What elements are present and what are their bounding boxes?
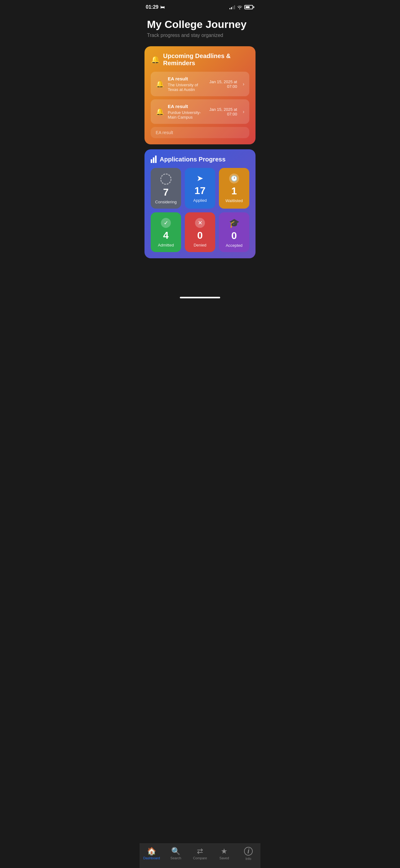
admitted-icon: ✓ (161, 218, 171, 228)
deadline-school-2: Purdue University-Main Campus (168, 110, 206, 120)
deadline-type-1: EA result (168, 76, 206, 81)
waitlisted-label: Waitlisted (226, 198, 243, 203)
page-title: My College Journey (147, 19, 253, 30)
deadline-type-2: EA result (168, 104, 206, 109)
status-icons (229, 5, 254, 9)
progress-cell-considering[interactable]: 7 Considering (151, 168, 181, 209)
deadline-info-2: EA result Purdue University-Main Campus (168, 104, 206, 120)
admitted-label: Admitted (158, 243, 174, 247)
waitlisted-count: 1 (231, 186, 237, 196)
home-indicator (180, 297, 220, 298)
wifi-icon (237, 5, 242, 9)
deadlines-card: 🔔 Upcoming Deadlines & Reminders 🔔 EA re… (144, 46, 256, 144)
signal-icon (229, 5, 235, 9)
deadline-arrow-1: › (243, 81, 244, 87)
considering-label: Considering (155, 199, 176, 204)
deadline-item-2[interactable]: 🔔 EA result Purdue University-Main Campu… (151, 99, 249, 124)
denied-icon: ✕ (195, 218, 205, 228)
deadlines-title: Upcoming Deadlines & Reminders (163, 53, 249, 67)
progress-cell-admitted[interactable]: ✓ 4 Admitted (151, 212, 181, 252)
page-header: My College Journey Track progress and st… (139, 12, 261, 41)
progress-cell-waitlisted[interactable]: 🕐 1 Waitlisted (219, 168, 249, 209)
sleep-icon: 🛏 (160, 5, 165, 10)
time-display: 01:29 (146, 4, 159, 10)
admitted-count: 4 (163, 230, 169, 240)
denied-count: 0 (197, 230, 203, 240)
progress-cell-accepted[interactable]: 🎓 0 Accepted (219, 212, 249, 252)
considering-icon (160, 174, 171, 185)
card-header-progress: Applications Progress (151, 156, 249, 163)
deadline-info-1: EA result The University of Texas at Aus… (168, 76, 206, 92)
deadline-date-2: Jan 15, 2025 at 07:00 (209, 107, 237, 116)
deadline-date-1: Jan 15, 2025 at 07:00 (209, 80, 237, 89)
status-time: 01:29 🛏 (146, 4, 165, 10)
denied-label: Denied (194, 243, 206, 247)
applied-count: 17 (194, 186, 206, 195)
waitlisted-icon: 🕐 (229, 174, 239, 183)
considering-count: 7 (163, 187, 169, 197)
progress-cell-denied[interactable]: ✕ 0 Denied (185, 212, 215, 252)
applied-label: Applied (193, 198, 206, 203)
content-area: My College Journey Track progress and st… (139, 12, 261, 294)
progress-card: Applications Progress 7 Considering ➤ 17… (144, 149, 256, 258)
bar-chart-icon (151, 156, 157, 163)
progress-cell-applied[interactable]: ➤ 17 Applied (185, 168, 215, 209)
deadline-arrow-2: › (243, 109, 244, 115)
progress-title: Applications Progress (160, 156, 226, 163)
deadline-bell-icon-2: 🔔 (156, 108, 164, 116)
progress-grid: 7 Considering ➤ 17 Applied 🕐 1 Waitliste… (151, 168, 249, 252)
deadline-item-1[interactable]: 🔔 EA result The University of Texas at A… (151, 72, 249, 96)
deadline-partial: EA result (151, 127, 249, 138)
accepted-count: 0 (231, 231, 237, 241)
bell-icon-large: 🔔 (151, 55, 160, 64)
battery-icon (244, 5, 254, 9)
accepted-label: Accepted (226, 243, 242, 248)
page-subtitle: Track progress and stay organized (147, 33, 253, 38)
accepted-icon: 🎓 (229, 218, 240, 228)
deadline-bell-icon-1: 🔔 (156, 80, 164, 88)
status-bar: 01:29 🛏 (139, 0, 261, 12)
applied-icon: ➤ (197, 174, 203, 183)
deadline-school-1: The University of Texas at Austin (168, 83, 206, 92)
card-header-deadlines: 🔔 Upcoming Deadlines & Reminders (151, 53, 249, 67)
